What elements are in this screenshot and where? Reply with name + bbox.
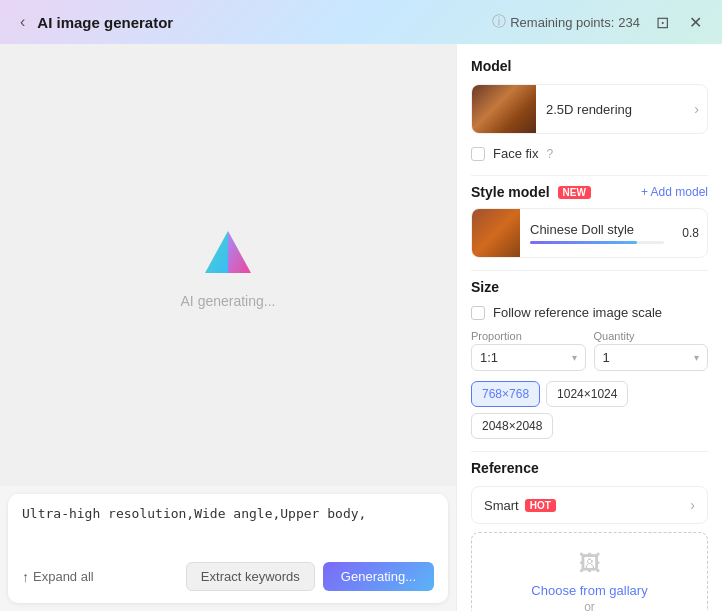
quantity-arrow-icon: ▾	[694, 352, 699, 363]
add-model-link[interactable]: + Add model	[641, 185, 708, 199]
proportion-arrow-icon: ▾	[572, 352, 577, 363]
reference-section-title: Reference	[471, 460, 708, 476]
proportion-value: 1:1	[480, 350, 498, 365]
ai-logo	[193, 221, 263, 281]
divider-1	[471, 175, 708, 176]
prompt-input[interactable]	[22, 506, 434, 550]
prompt-area: ↑ Expand all Extract keywords Generating…	[8, 494, 448, 603]
face-fix-checkbox[interactable]	[471, 147, 485, 161]
style-item[interactable]: Chinese Doll style 0.8	[471, 208, 708, 258]
divider-2	[471, 270, 708, 271]
style-value: 0.8	[674, 226, 707, 240]
close-button[interactable]: ✕	[685, 9, 706, 36]
header-right: ⓘ Remaining points: 234 ⊡ ✕	[492, 9, 706, 36]
style-model-header: Style model NEW + Add model	[471, 184, 708, 200]
quantity-value: 1	[603, 350, 610, 365]
new-badge: NEW	[558, 186, 591, 199]
generating-text: AI generating...	[181, 293, 276, 309]
model-section-title: Model	[471, 58, 708, 74]
model-thumb-img	[472, 85, 536, 133]
proportion-label: Proportion	[471, 330, 586, 342]
quantity-group: Quantity 1 ▾	[594, 330, 709, 371]
proportion-group: Proportion 1:1 ▾	[471, 330, 586, 371]
smart-row[interactable]: Smart HOT ›	[471, 486, 708, 524]
extract-keywords-button[interactable]: Extract keywords	[186, 562, 315, 591]
follow-ref-row: Follow reference image scale	[471, 305, 708, 320]
face-fix-label: Face fix	[493, 146, 539, 161]
upload-or: or	[484, 600, 695, 611]
remaining-label: Remaining points:	[510, 15, 614, 30]
svg-marker-1	[205, 231, 228, 273]
style-name: Chinese Doll style	[530, 222, 664, 237]
generating-button[interactable]: Generating...	[323, 562, 434, 591]
model-thumbnail	[472, 85, 536, 133]
quantity-select[interactable]: 1 ▾	[594, 344, 709, 371]
face-fix-row: Face fix ?	[471, 146, 708, 161]
style-thumbnail	[472, 209, 520, 257]
follow-ref-checkbox[interactable]	[471, 306, 485, 320]
follow-ref-label: Follow reference image scale	[493, 305, 662, 320]
choose-gallery-link[interactable]: Choose from gallary	[484, 583, 695, 598]
header-left: ‹ AI image generator	[16, 9, 173, 35]
size-section-title: Size	[471, 279, 708, 295]
model-arrow-icon: ›	[694, 101, 707, 117]
back-button[interactable]: ‹	[16, 9, 29, 35]
size-buttons: 768×768 1024×1024 2048×2048	[471, 381, 708, 439]
style-thumb-img	[472, 209, 520, 257]
upload-icon: 🖼	[484, 551, 695, 577]
proportion-select[interactable]: 1:1 ▾	[471, 344, 586, 371]
page-title: AI image generator	[37, 14, 173, 31]
size-btn-768[interactable]: 768×768	[471, 381, 540, 407]
size-btn-2048[interactable]: 2048×2048	[471, 413, 553, 439]
proportion-quantity-row: Proportion 1:1 ▾ Quantity 1 ▾	[471, 330, 708, 371]
right-panel: Model 2.5D rendering › Face fix ? Style …	[456, 44, 722, 611]
left-panel: AI generating... ↑ Expand all Extract ke…	[0, 44, 456, 611]
style-slider-bar	[530, 241, 664, 244]
style-slider-fill	[530, 241, 637, 244]
remaining-count: 234	[618, 15, 640, 30]
divider-3	[471, 451, 708, 452]
size-btn-1024[interactable]: 1024×1024	[546, 381, 628, 407]
style-model-title: Style model	[471, 184, 550, 200]
reference-section: Reference Smart HOT › 🖼 Choose from gall…	[471, 460, 708, 611]
upload-area: 🖼 Choose from gallary or Upload local im…	[471, 532, 708, 611]
prompt-actions: ↑ Expand all Extract keywords Generating…	[22, 562, 434, 591]
main-content: AI generating... ↑ Expand all Extract ke…	[0, 44, 722, 611]
expand-all-button[interactable]: ↑ Expand all	[22, 569, 94, 585]
model-name: 2.5D rendering	[536, 102, 694, 117]
remaining-points: ⓘ Remaining points: 234	[492, 13, 640, 31]
canvas-area: AI generating...	[0, 44, 456, 486]
hot-badge: HOT	[525, 499, 556, 512]
model-card[interactable]: 2.5D rendering ›	[471, 84, 708, 134]
smart-text: Smart	[484, 498, 519, 513]
header: ‹ AI image generator ⓘ Remaining points:…	[0, 0, 722, 44]
svg-marker-2	[228, 231, 251, 273]
size-section: Size Follow reference image scale Propor…	[471, 279, 708, 439]
expand-all-label: Expand all	[33, 569, 94, 584]
external-icon-btn[interactable]: ⊡	[652, 9, 673, 36]
smart-label: Smart HOT	[484, 498, 556, 513]
style-info: Chinese Doll style	[520, 216, 674, 250]
help-icon[interactable]: ?	[547, 147, 554, 161]
quantity-label: Quantity	[594, 330, 709, 342]
smart-arrow-icon: ›	[690, 497, 695, 513]
